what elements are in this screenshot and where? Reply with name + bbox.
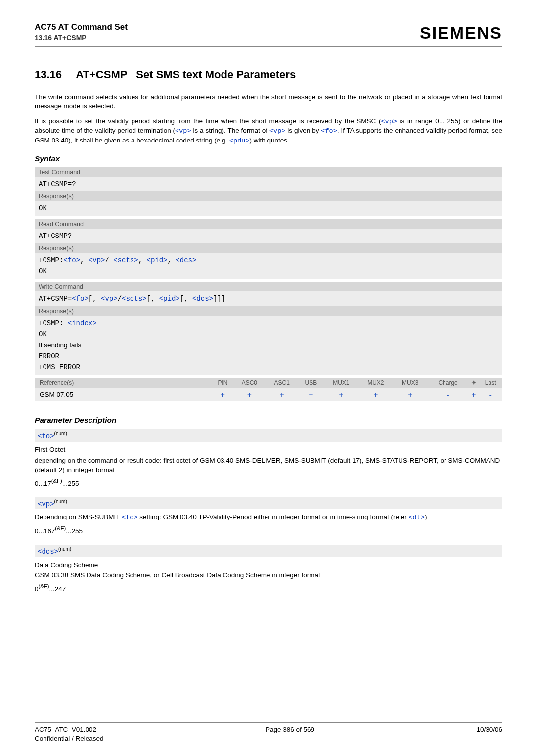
syntax-heading: Syntax: [35, 154, 502, 163]
ref-val: -: [447, 390, 449, 399]
ref-col-airplane: ✈: [468, 378, 479, 388]
test-command-block: Test Command AT+CSMP=? Response(s) OK: [35, 167, 502, 216]
fo-token: <fo>: [321, 127, 337, 135]
pdu-token: <pdu>: [229, 137, 250, 144]
param-fo-head: <fo>(num): [35, 429, 502, 442]
brand-logo: SIEMENS: [420, 23, 502, 43]
reference-table: Reference(s) PIN ASC0 ASC1 USB MUX1 MUX2…: [35, 378, 502, 401]
section-number: 13.16: [35, 68, 73, 81]
ref-col-usb: USB: [298, 378, 324, 388]
read-response-label: Response(s): [35, 243, 502, 253]
write-response-index: +CSMP: <index>: [39, 318, 498, 329]
test-command-label: Test Command: [35, 167, 502, 177]
page-footer: AC75_ATC_V01.002 Confidential / Released…: [35, 722, 502, 743]
ref-val: +: [221, 390, 225, 399]
param-fo-desc: depending on the command or result code:…: [35, 456, 502, 475]
read-command-block: Read Command AT+CSMP? Response(s) +CSMP:…: [35, 219, 502, 279]
table-row: GSM 07.05 + + + + + + + - + -: [35, 388, 502, 401]
param-dcs-title: Data Coding Scheme: [35, 560, 502, 570]
ref-col-mux3: MUX3: [393, 378, 428, 388]
test-response-ok: OK: [39, 203, 498, 214]
write-response-cms-error: +CMS ERROR: [39, 362, 498, 373]
intro-paragraph-1: The write command selects values for add…: [35, 93, 502, 111]
ref-col-mux1: MUX1: [324, 378, 358, 388]
ref-col-pin: PIN: [212, 378, 233, 388]
ref-head-label: Reference(s): [35, 378, 212, 388]
write-response-fail-label: If sending fails: [39, 340, 498, 351]
ref-val: +: [471, 390, 476, 399]
param-desc-heading: Parameter Description: [35, 416, 502, 425]
footer-left-1: AC75_ATC_V01.002: [35, 725, 104, 734]
ref-col-charge: Charge: [428, 378, 469, 388]
vp-token: <vp>: [175, 127, 191, 135]
footer-left-2: Confidential / Released: [35, 734, 104, 743]
param-dcs-desc: GSM 03.38 SMS Data Coding Scheme, or Cel…: [35, 570, 502, 580]
ref-val: +: [339, 390, 343, 399]
section-cmd: AT+CSMP: [76, 68, 127, 81]
intro-paragraph-2: It is possible to set the validity perio…: [35, 117, 502, 145]
param-dcs-head: <dcs>(num): [35, 545, 502, 557]
ref-val: +: [309, 390, 313, 399]
write-command-line: AT+CSMP=<fo>[, <vp>/<scts>[, <pid>[, <dc…: [39, 293, 498, 304]
dt-token: <dt>: [408, 514, 424, 521]
vp-token: <vp>: [381, 118, 397, 125]
ref-val: +: [247, 390, 252, 399]
page-header: AC75 AT Command Set 13.16 AT+CSMP SIEMEN…: [35, 22, 502, 47]
param-dcs-range: 0(&F)...247: [35, 582, 502, 594]
footer-date: 10/30/06: [476, 725, 502, 743]
ref-col-mux2: MUX2: [358, 378, 393, 388]
ref-row-label: GSM 07.05: [35, 388, 212, 401]
param-vp-head: <vp>(num): [35, 497, 502, 510]
ref-val: -: [490, 390, 492, 399]
airplane-icon: ✈: [471, 379, 476, 386]
param-vp-desc: Depending on SMS-SUBMIT <fo> setting: GS…: [35, 512, 502, 522]
write-command-label: Write Command: [35, 282, 502, 291]
ref-col-asc1: ASC1: [266, 378, 298, 388]
fo-token: <fo>: [122, 514, 137, 521]
param-vp: <vp>(num) Depending on SMS-SUBMIT <fo> s…: [35, 497, 502, 536]
write-response-error: ERROR: [39, 351, 498, 362]
doc-subtitle: 13.16 AT+CSMP: [35, 33, 128, 43]
ref-col-last: Last: [479, 378, 502, 388]
doc-title: AC75 AT Command Set: [35, 22, 128, 33]
ref-val: +: [373, 390, 378, 399]
section-title-text: Set SMS text Mode Parameters: [136, 68, 296, 81]
test-command-line: AT+CSMP=?: [39, 179, 498, 189]
ref-val: +: [280, 390, 284, 399]
param-fo-title: First Octet: [35, 445, 502, 455]
footer-page: Page 386 of 569: [266, 725, 314, 743]
param-fo-range: 0...17(&F)...255: [35, 477, 502, 488]
write-command-block: Write Command AT+CSMP=<fo>[, <vp>/<scts>…: [35, 282, 502, 375]
read-command-label: Read Command: [35, 219, 502, 229]
param-vp-range: 0...167(&F)...255: [35, 524, 502, 536]
read-command-line: AT+CSMP?: [39, 231, 498, 241]
param-fo: <fo>(num) First Octet depending on the c…: [35, 429, 502, 488]
ref-val: +: [408, 390, 412, 399]
test-response-label: Response(s): [35, 191, 502, 201]
write-response-label: Response(s): [35, 306, 502, 316]
write-response-ok: OK: [39, 329, 498, 340]
read-response-ok: OK: [39, 266, 498, 277]
section-heading: 13.16 AT+CSMP Set SMS text Mode Paramete…: [35, 68, 502, 81]
param-dcs: <dcs>(num) Data Coding Scheme GSM 03.38 …: [35, 545, 502, 594]
vp-token: <vp>: [269, 127, 285, 135]
ref-col-asc0: ASC0: [233, 378, 266, 388]
read-response-csmp: +CSMP:<fo>, <vp>/ <scts>, <pid>, <dcs>: [39, 255, 498, 266]
